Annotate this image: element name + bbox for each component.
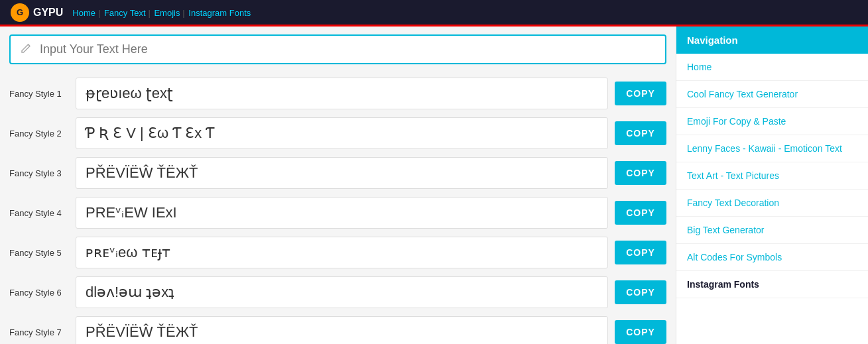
style-label-4: Fancy Style 5 (9, 248, 76, 258)
main-content: Fancy Style 1 ᵽɽeʋıeω ʈexʈ COPY Fancy St… (0, 27, 676, 344)
copy-button-4[interactable]: COPY (615, 241, 666, 264)
nav-instagram-fonts[interactable]: Instagram Fonts (188, 8, 251, 18)
style-label-5: Fancy Style 6 (9, 288, 76, 298)
sidebar-item-alt-codes[interactable]: Alt Codes For Symbols (676, 244, 868, 271)
sidebar-nav-header: Navigation (676, 27, 868, 54)
sidebar-item-fancy-deco[interactable]: Fancy Text Decoration (676, 190, 868, 217)
sidebar-item-cool-fancy[interactable]: Cool Fancy Text Generator (676, 81, 868, 108)
style-row: Fancy Style 1 ᵽɽeʋıeω ʈexʈ COPY (9, 76, 666, 111)
sidebar-item-emoji[interactable]: Emoji For Copy & Paste (676, 108, 868, 135)
logo-text: GYPU (33, 7, 63, 19)
copy-button-5[interactable]: COPY (615, 280, 666, 304)
nav-sep-1: | (98, 8, 103, 18)
sidebar-item-lenny[interactable]: Lenny Faces - Kawaii - Emoticon Text (676, 135, 868, 162)
logo: G GYPU (11, 3, 63, 22)
search-icon (20, 41, 33, 58)
style-row: Fancy Style 4 PREᵛᵢEW IExI COPY (9, 196, 666, 230)
nav-sep-2: | (148, 8, 153, 18)
nav-sep-3: | (182, 8, 187, 18)
copy-button-6[interactable]: COPY (615, 320, 666, 344)
logo-icon: G (11, 3, 29, 22)
copy-button-3[interactable]: COPY (615, 201, 666, 225)
sidebar-item-instagram-fonts[interactable]: Instagram Fonts (676, 271, 868, 298)
text-input[interactable] (40, 42, 656, 56)
style-row: Fancy Style 6 dlǝʌ!ǝɯ ʇǝxʇ COPY (9, 275, 666, 310)
sidebar-item-home[interactable]: Home (676, 54, 868, 81)
style-label-0: Fancy Style 1 (9, 89, 76, 99)
style-label-1: Fancy Style 2 (9, 129, 76, 139)
nav-fancy-text[interactable]: Fancy Text (104, 8, 146, 18)
nav-home[interactable]: Home (72, 8, 95, 18)
sidebar-item-big-text[interactable]: Big Text Generator (676, 217, 868, 244)
sidebar: Navigation Home Cool Fancy Text Generato… (676, 27, 868, 344)
style-preview-3: PREᵛᵢEW IExI (76, 197, 608, 229)
style-preview-6: PŘËVÏËŴ ŤËЖŤ (76, 316, 608, 344)
style-row: Fancy Style 7 PŘËVÏËŴ ŤËЖŤ COPY (9, 315, 666, 344)
nav-emojis[interactable]: Emojis (154, 8, 180, 18)
main-nav: Home | Fancy Text | Emojis | Instagram F… (71, 7, 251, 18)
style-preview-2: PŘËVÏËŴ ŤËЖŤ (76, 157, 608, 189)
copy-button-1[interactable]: COPY (615, 121, 666, 145)
header: G GYPU Home | Fancy Text | Emojis | Inst… (0, 0, 868, 27)
layout: Fancy Style 1 ᵽɽeʋıeω ʈexʈ COPY Fancy St… (0, 27, 868, 344)
style-preview-1: Ƥ Ʀ Ɛ V | Ɛω Ƭ Ɛx Ƭ (76, 117, 608, 149)
copy-button-2[interactable]: COPY (615, 161, 666, 185)
search-bar (9, 34, 666, 64)
style-rows: Fancy Style 1 ᵽɽeʋıeω ʈexʈ COPY Fancy St… (9, 76, 666, 344)
sidebar-item-text-art[interactable]: Text Art - Text Pictures (676, 162, 868, 190)
style-preview-5: dlǝʌ!ǝɯ ʇǝxʇ (76, 276, 608, 308)
style-label-2: Fancy Style 3 (9, 168, 76, 178)
style-row: Fancy Style 5 ᴘʀᴇᵛᵢeω ᴛᴇɟᴛ COPY (9, 235, 666, 270)
style-label-6: Fancy Style 7 (9, 327, 76, 337)
style-label-3: Fancy Style 4 (9, 208, 76, 218)
style-row: Fancy Style 2 Ƥ Ʀ Ɛ V | Ɛω Ƭ Ɛx Ƭ COPY (9, 116, 666, 150)
style-row: Fancy Style 3 PŘËVÏËŴ ŤËЖŤ COPY (9, 156, 666, 190)
style-preview-0: ᵽɽeʋıeω ʈexʈ (76, 78, 608, 109)
style-preview-4: ᴘʀᴇᵛᵢeω ᴛᴇɟᴛ (76, 237, 608, 268)
copy-button-0[interactable]: COPY (615, 82, 666, 105)
